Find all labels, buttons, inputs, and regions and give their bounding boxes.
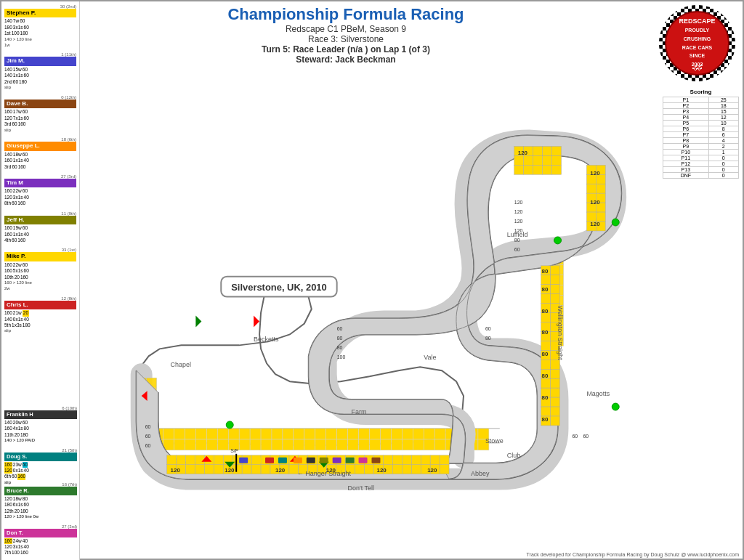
svg-rect-46 (261, 439, 272, 450)
svg-text:120: 120 (590, 221, 600, 227)
svg-text:60: 60 (583, 434, 589, 439)
vale-label: Vale (424, 354, 436, 361)
scoring-panel: Scoring P125 P218 P315 P412 P510 P68 P76… (663, 89, 739, 179)
svg-rect-60 (413, 439, 424, 450)
svg-rect-177 (541, 378, 551, 388)
svg-rect-169 (541, 341, 551, 350)
svg-rect-114 (365, 465, 374, 474)
svg-rect-58 (391, 439, 402, 450)
score-row: P412 (663, 115, 739, 121)
svg-rect-128 (214, 455, 223, 465)
svg-rect-150 (421, 455, 430, 465)
svg-rect-54 (348, 439, 359, 450)
svg-rect-25 (380, 429, 391, 439)
svg-rect-186 (551, 416, 560, 426)
svg-rect-113 (355, 465, 365, 474)
svg-text:120: 120 (590, 170, 600, 176)
svg-rect-17 (294, 429, 304, 439)
svg-rect-50 (304, 439, 315, 450)
svg-rect-146 (383, 455, 392, 465)
svg-rect-195 (543, 155, 552, 165)
svg-rect-61 (424, 439, 434, 450)
svg-text:80: 80 (542, 308, 549, 315)
svg-rect-184 (551, 407, 560, 416)
svg-text:120: 120 (518, 150, 528, 156)
svg-rect-29 (424, 429, 434, 439)
player-name-stephen: Stephen P. (4, 9, 76, 17)
start-line-label: S/F (230, 448, 238, 453)
svg-rect-159 (541, 294, 551, 304)
subtitle1: Redscape C1 PBeM, Season 9 (80, 24, 612, 34)
svg-rect-119 (411, 465, 421, 474)
player-card-dave: Dave B. 160 17w 60 120 7x1s 60 3rd 60 16… (4, 100, 76, 134)
svg-point-273 (612, 403, 619, 410)
svg-rect-200 (543, 165, 552, 174)
score-row: P120 (663, 161, 739, 167)
svg-rect-98 (214, 465, 223, 474)
svg-rect-39 (185, 439, 195, 450)
score-pts: 25 (708, 97, 738, 103)
player-card-jeff: Jeff H. 160 19w 60 160 1x1s 40 4th 60 16… (4, 216, 76, 244)
player-card-chris: Chris L. 160 21w 20 140 0x1s 40 5th 1x3s… (4, 301, 76, 335)
svg-rect-246 (307, 458, 315, 463)
svg-rect-156 (551, 275, 560, 285)
svg-rect-48 (283, 439, 294, 450)
svg-text:60: 60 (145, 434, 151, 439)
player-card-jim: Jim M. 140 15w 60 140 1x1s 60 2nd 60 180… (4, 57, 76, 91)
svg-rect-176 (551, 369, 560, 378)
svg-rect-18 (304, 429, 315, 439)
svg-rect-8 (195, 429, 206, 439)
svg-text:60: 60 (145, 424, 151, 429)
player-card-stephen: Stephen P. 140 7w 60 180 3x1s 60 1st 100… (4, 9, 76, 48)
svg-text:120: 120 (376, 467, 387, 474)
svg-rect-7 (185, 429, 195, 439)
svg-text:80: 80 (542, 286, 549, 293)
score-row: P130 (663, 167, 739, 173)
svg-rect-16 (283, 429, 294, 439)
svg-rect-27 (402, 429, 413, 439)
score-pos: P1 (663, 97, 709, 103)
player-name-jeff: Jeff H. (4, 216, 76, 224)
svg-rect-206 (586, 184, 596, 193)
svg-rect-49 (294, 439, 304, 450)
stowe-label: Stowe (485, 437, 504, 445)
score-row: DNF0 (663, 173, 739, 179)
abbey-label: Abbey (471, 470, 490, 477)
subtitle4: Steward: Jack Beckman (80, 54, 612, 65)
svg-rect-198 (524, 165, 533, 174)
svg-rect-23 (359, 429, 370, 439)
svg-rect-191 (552, 146, 562, 155)
svg-rect-197 (514, 165, 524, 174)
score-row: P68 (663, 126, 739, 132)
svg-rect-42 (217, 439, 228, 450)
svg-text:60: 60 (337, 326, 343, 331)
player-card-tim: Tim M 160 22w 60 120 3x1s 40 8th 60 160 (4, 179, 76, 207)
svg-rect-152 (440, 455, 449, 465)
hanger-straight-label: ← Hanger Straight (297, 470, 352, 477)
svg-rect-245 (294, 458, 302, 463)
player-card-giuseppe: Giuseppe L. 140 18w 60 160 1x1s 40 3rd 6… (4, 142, 76, 170)
svg-text:120: 120 (514, 209, 523, 214)
player-name-giuseppe: Giuseppe L. (4, 142, 76, 150)
svg-rect-117 (392, 465, 402, 474)
svg-point-271 (554, 237, 562, 244)
subtitle2: Race 3: Silverstone (80, 34, 612, 44)
svg-point-272 (612, 219, 619, 226)
svg-rect-5 (163, 429, 174, 439)
logo: REDSCAPE PROUDLYCRUSHINGRACE CARSSINCE20… (659, 5, 739, 85)
svg-rect-118 (402, 465, 411, 474)
chapel-label: Chapel (171, 361, 191, 368)
app: 30 (2nd) Stephen P. 140 7w 60 180 3x1s 6… (0, 0, 744, 560)
svg-rect-194 (533, 155, 543, 165)
svg-text:80: 80 (542, 329, 549, 336)
svg-text:120: 120 (590, 199, 600, 206)
svg-rect-96 (195, 465, 204, 474)
svg-rect-180 (551, 388, 560, 397)
svg-point-274 (226, 421, 233, 429)
svg-text:80: 80 (542, 416, 549, 423)
svg-text:120: 120 (225, 467, 235, 474)
magotts-label: Magotts (586, 390, 610, 397)
svg-rect-20 (326, 429, 337, 439)
svg-text:80: 80 (542, 268, 549, 275)
svg-rect-62 (434, 439, 445, 450)
